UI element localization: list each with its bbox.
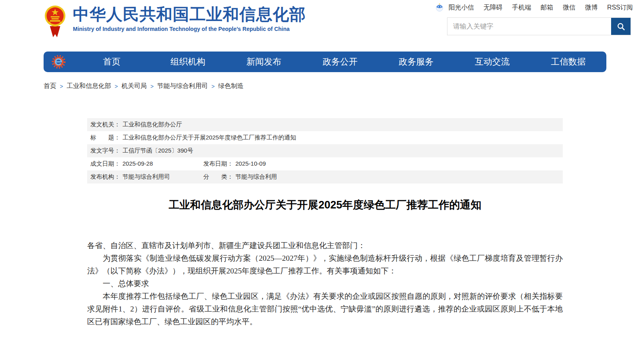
- breadcrumb-home[interactable]: 首页: [44, 82, 56, 90]
- meta-label: 标 题：: [90, 134, 120, 141]
- page: 中华人民共和国工业和信息化部 Ministry of Industry and …: [0, 0, 644, 344]
- breadcrumb-green-manufacturing[interactable]: 绿色制造: [218, 82, 244, 90]
- search-icon: [617, 22, 625, 31]
- nav-item-gov-services[interactable]: 政务服务: [378, 52, 454, 72]
- meta-label: 发文机关：: [90, 121, 120, 128]
- meta-label: 发布机构：: [90, 173, 120, 181]
- site-title: 中华人民共和国工业和信息化部: [73, 6, 306, 23]
- national-emblem-icon: [44, 3, 66, 38]
- assistant-robot-icon[interactable]: [435, 3, 444, 12]
- quick-link-mobile[interactable]: 手机端: [512, 4, 531, 12]
- search-input[interactable]: [447, 18, 611, 35]
- meta-value: 节能与综合利用司: [122, 173, 170, 181]
- meta-value: 工业和信息化部办公厅关于开展2025年度绿色工厂推荐工作的通知: [122, 134, 296, 141]
- miit-gear-logo-icon[interactable]: [44, 54, 74, 69]
- breadcrumb: 首页 > 工业和信息化部 > 机关司局 > 节能与综合利用司 > 绿色制造: [44, 82, 244, 90]
- breadcrumb-departments[interactable]: 机关司局: [121, 82, 147, 90]
- quick-link-rss[interactable]: RSS订阅: [607, 4, 633, 12]
- article-paragraph-requirements: 本年度推荐工作包括绿色工厂、绿色工业园区，满足《办法》有关要求的企业或园区按照自…: [87, 290, 563, 328]
- meta-row-issuing-agency: 发文机关： 工业和信息化部办公厅: [87, 118, 563, 131]
- main-nav: 首页 组织机构 新闻发布 政务公开 政务服务 互动交流 工信数据: [44, 52, 606, 72]
- quick-link-wechat[interactable]: 微信: [563, 4, 575, 12]
- nav-item-interaction[interactable]: 互动交流: [454, 52, 530, 72]
- article-section-heading: 一、总体要求: [87, 277, 563, 290]
- meta-label: 发文字号：: [90, 147, 120, 155]
- meta-label: 成文日期：: [90, 160, 120, 168]
- breadcrumb-separator: >: [60, 83, 63, 90]
- breadcrumb-miit[interactable]: 工业和信息化部: [67, 82, 111, 90]
- nav-item-organization[interactable]: 组织机构: [150, 52, 226, 72]
- site-brand[interactable]: 中华人民共和国工业和信息化部 Ministry of Industry and …: [44, 3, 306, 38]
- meta-row-document-number: 发文字号： 工信厅节函〔2025〕390号: [87, 144, 563, 157]
- breadcrumb-separator: >: [150, 83, 153, 90]
- meta-label: 发布日期：: [203, 160, 233, 168]
- meta-row-dates: 成文日期： 2025-09-28 发布日期： 2025-10-09: [87, 157, 563, 170]
- nav-item-miit-data[interactable]: 工信数据: [530, 52, 606, 72]
- search-button[interactable]: [611, 18, 631, 35]
- search-box: [447, 17, 631, 35]
- nav-item-home[interactable]: 首页: [74, 52, 150, 72]
- meta-value: 工信厅节函〔2025〕390号: [122, 147, 193, 155]
- nav-items: 首页 组织机构 新闻发布 政务公开 政务服务 互动交流 工信数据: [74, 52, 606, 72]
- meta-value: 工业和信息化部办公厅: [122, 121, 182, 128]
- nav-item-news[interactable]: 新闻发布: [226, 52, 302, 72]
- breadcrumb-separator: >: [115, 83, 118, 90]
- breadcrumb-separator: >: [212, 83, 215, 90]
- meta-row-title: 标 题： 工业和信息化部办公厅关于开展2025年度绿色工厂推荐工作的通知: [87, 131, 563, 144]
- document-meta-table: 发文机关： 工业和信息化部办公厅 标 题： 工业和信息化部办公厅关于开展2025…: [87, 118, 563, 183]
- nav-item-gov-disclosure[interactable]: 政务公开: [302, 52, 378, 72]
- quick-link-mail[interactable]: 邮箱: [541, 4, 553, 12]
- meta-row-publisher-category: 发布机构： 节能与综合利用司 分 类： 节能与综合利用: [87, 170, 563, 183]
- article-paragraph-addressee: 各省、自治区、直辖市及计划单列市、新疆生产建设兵团工业和信息化主管部门：: [87, 239, 563, 252]
- article-title: 工业和信息化部办公厅关于开展2025年度绿色工厂推荐工作的通知: [87, 198, 563, 212]
- header-quick-links: 阳光小信 无障碍 手机端 邮箱 微信 微博 RSS订阅: [435, 3, 633, 12]
- article-paragraph-intro: 为贯彻落实《制造业绿色低碳发展行动方案（2025—2027年）》，实施绿色制造标…: [87, 252, 563, 277]
- meta-value: 2025-10-09: [235, 160, 266, 168]
- breadcrumb-energy-dept[interactable]: 节能与综合利用司: [157, 82, 208, 90]
- site-subtitle: Ministry of Industry and Information Tec…: [73, 26, 306, 32]
- meta-value: 节能与综合利用: [235, 173, 277, 181]
- meta-label: 分 类：: [203, 173, 233, 181]
- meta-value: 2025-09-28: [122, 160, 153, 168]
- quick-link-sunshine[interactable]: 阳光小信: [449, 4, 474, 12]
- quick-link-weibo[interactable]: 微博: [585, 4, 598, 12]
- quick-link-accessibility[interactable]: 无障碍: [483, 4, 503, 12]
- article-body: 各省、自治区、直辖市及计划单列市、新疆生产建设兵团工业和信息化主管部门： 为贯彻…: [87, 239, 563, 342]
